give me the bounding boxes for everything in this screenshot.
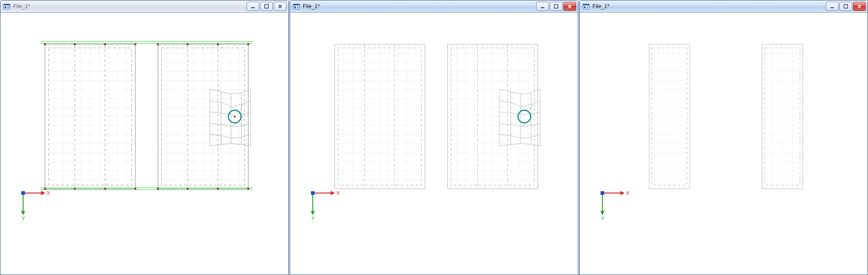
maximize-button[interactable] xyxy=(839,2,852,11)
close-button[interactable] xyxy=(563,2,576,11)
svg-rect-36 xyxy=(587,6,588,8)
app-icon xyxy=(293,3,300,10)
svg-rect-37 xyxy=(830,7,834,8)
svg-rect-22 xyxy=(294,6,296,8)
svg-rect-35 xyxy=(584,6,586,8)
opening-circle xyxy=(518,110,531,123)
window-controls xyxy=(247,2,286,11)
maximize-button[interactable] xyxy=(260,2,273,11)
svg-rect-2 xyxy=(5,6,6,8)
support-edges xyxy=(40,42,252,190)
svg-rect-23 xyxy=(297,6,299,8)
panel-left xyxy=(649,44,690,189)
model-canvas[interactable] xyxy=(290,13,578,275)
svg-rect-1 xyxy=(4,4,10,5)
model-canvas[interactable] xyxy=(580,13,868,275)
panel-left xyxy=(45,44,135,189)
panel-right xyxy=(762,44,803,189)
svg-rect-25 xyxy=(554,5,558,8)
window-controls xyxy=(536,2,576,11)
titlebar[interactable]: File_1* xyxy=(580,0,868,13)
svg-rect-21 xyxy=(293,4,300,5)
panel-left xyxy=(335,44,425,189)
app-icon xyxy=(582,3,590,10)
maximize-button[interactable] xyxy=(550,2,563,11)
svg-rect-5 xyxy=(265,5,268,8)
model-canvas[interactable] xyxy=(0,13,288,275)
minimize-button[interactable] xyxy=(536,2,549,11)
mdi-area: File_1* xyxy=(0,0,868,275)
svg-rect-34 xyxy=(583,4,589,5)
child-window-2[interactable]: File_1* xyxy=(290,0,578,275)
close-button[interactable] xyxy=(853,2,866,11)
viewport[interactable]: X Y xyxy=(0,13,288,275)
minimize-button[interactable] xyxy=(247,2,259,11)
svg-rect-24 xyxy=(541,7,544,8)
window-title: File_1* xyxy=(13,3,247,10)
svg-rect-4 xyxy=(251,7,255,8)
titlebar[interactable]: File_1* xyxy=(290,0,578,13)
panel-right xyxy=(447,44,540,189)
svg-rect-38 xyxy=(844,5,848,8)
window-title: File_1* xyxy=(303,3,536,10)
panel-right xyxy=(158,44,250,189)
child-window-3[interactable]: File_1* xyxy=(579,0,868,275)
minimize-button[interactable] xyxy=(826,2,839,11)
window-controls xyxy=(826,2,866,11)
svg-rect-3 xyxy=(7,6,9,8)
close-button[interactable] xyxy=(274,2,286,11)
titlebar[interactable]: File_1* xyxy=(0,0,288,13)
viewport[interactable]: X Y xyxy=(290,13,578,275)
child-window-1[interactable]: File_1* xyxy=(0,0,289,275)
window-title: File_1* xyxy=(592,3,826,10)
app-icon xyxy=(3,3,10,10)
viewport[interactable]: X Y xyxy=(580,13,868,275)
